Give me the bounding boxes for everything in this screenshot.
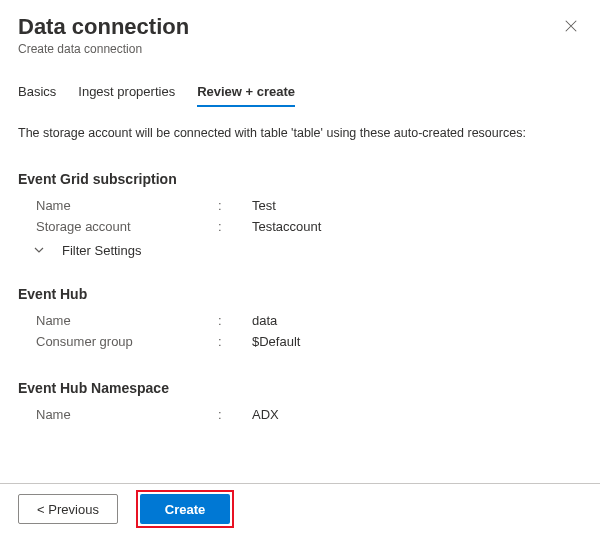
section-title-namespace: Event Hub Namespace	[18, 380, 582, 396]
tab-review-create[interactable]: Review + create	[197, 84, 295, 107]
label-event-hub-name: Name	[18, 313, 218, 328]
label-event-grid-storage: Storage account	[18, 219, 218, 234]
close-button[interactable]	[560, 14, 582, 40]
create-button-highlight: Create	[136, 490, 234, 528]
filter-settings-expander[interactable]: Filter Settings	[18, 237, 582, 258]
label-event-grid-name: Name	[18, 198, 218, 213]
previous-button[interactable]: < Previous	[18, 494, 118, 524]
page-subtitle: Create data connection	[18, 42, 189, 56]
footer-separator	[0, 483, 600, 484]
value-event-hub-name: data	[252, 313, 277, 328]
value-event-grid-name: Test	[252, 198, 276, 213]
row-event-grid-storage: Storage account : Testaccount	[18, 216, 582, 237]
description-text: The storage account will be connected wi…	[18, 125, 582, 143]
page-title: Data connection	[18, 14, 189, 40]
value-event-grid-storage: Testaccount	[252, 219, 321, 234]
close-icon	[564, 17, 578, 37]
value-event-hub-consumer: $Default	[252, 334, 300, 349]
label-namespace-name: Name	[18, 407, 218, 422]
row-event-hub-consumer: Consumer group : $Default	[18, 331, 582, 352]
label-event-hub-consumer: Consumer group	[18, 334, 218, 349]
row-event-hub-name: Name : data	[18, 310, 582, 331]
row-namespace-name: Name : ADX	[18, 404, 582, 425]
section-title-event-grid: Event Grid subscription	[18, 171, 582, 187]
section-title-event-hub: Event Hub	[18, 286, 582, 302]
filter-settings-label: Filter Settings	[62, 243, 141, 258]
create-button[interactable]: Create	[140, 494, 230, 524]
tab-bar: Basics Ingest properties Review + create	[18, 84, 582, 107]
row-event-grid-name: Name : Test	[18, 195, 582, 216]
value-namespace-name: ADX	[252, 407, 279, 422]
tab-ingest-properties[interactable]: Ingest properties	[78, 84, 175, 107]
chevron-down-icon	[32, 243, 46, 257]
tab-basics[interactable]: Basics	[18, 84, 56, 107]
